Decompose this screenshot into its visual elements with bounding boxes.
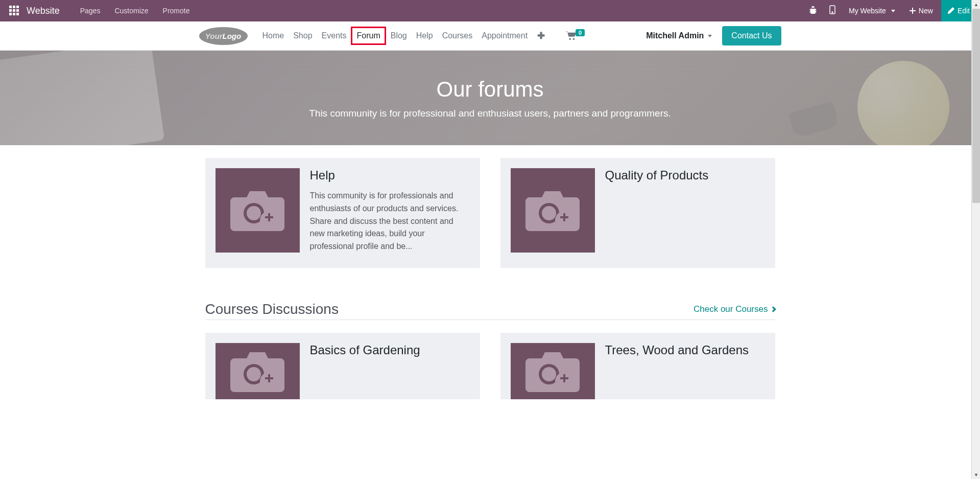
forum-card-description: This community is for professionals and … bbox=[310, 190, 470, 253]
nav-right: Mitchell Admin Contact Us bbox=[646, 26, 781, 45]
course-card: Trees, Wood and Gardens bbox=[500, 333, 775, 399]
my-website-label: My Website bbox=[849, 7, 886, 15]
camera-placeholder-icon bbox=[229, 189, 285, 232]
logo-logo: Logo bbox=[222, 32, 241, 40]
hero-subtitle: This community is for professional and e… bbox=[309, 108, 671, 119]
forums-row: Help This community is for professionals… bbox=[205, 158, 775, 268]
user-name: Mitchell Admin bbox=[646, 31, 704, 40]
course-card-title[interactable]: Basics of Gardening bbox=[310, 343, 470, 357]
cart-badge: 0 bbox=[576, 29, 585, 36]
camera-placeholder-icon bbox=[524, 350, 581, 393]
edit-button[interactable]: Edit bbox=[941, 0, 976, 21]
cart-button[interactable]: 0 bbox=[565, 31, 585, 41]
pencil-icon bbox=[947, 7, 954, 14]
topbar-link-promote[interactable]: Promote bbox=[157, 7, 196, 15]
svg-point-1 bbox=[832, 12, 833, 13]
svg-rect-3 bbox=[910, 10, 916, 11]
hero-decoration bbox=[788, 101, 840, 138]
navbar: YourLogo Home Shop Events Forum Blog Hel… bbox=[0, 21, 980, 51]
cart-icon bbox=[565, 31, 577, 41]
camera-placeholder-icon bbox=[229, 350, 285, 393]
course-card-body: Trees, Wood and Gardens bbox=[605, 343, 765, 399]
topbar-left: Website Pages Customize Promote bbox=[4, 6, 196, 16]
course-card-image bbox=[511, 343, 595, 399]
bug-icon[interactable] bbox=[804, 6, 822, 16]
nav-link-appointment[interactable]: Appointment bbox=[477, 27, 532, 44]
logo[interactable]: YourLogo bbox=[199, 27, 248, 45]
check-courses-label: Check our Courses bbox=[694, 304, 768, 314]
svg-point-15 bbox=[247, 367, 261, 381]
nav-link-events[interactable]: Events bbox=[317, 27, 351, 44]
caret-down-icon bbox=[708, 35, 712, 37]
forum-card: Help This community is for professionals… bbox=[205, 158, 480, 268]
caret-down-icon bbox=[891, 10, 895, 12]
new-button[interactable]: New bbox=[903, 0, 939, 21]
forum-card-body: Help This community is for professionals… bbox=[310, 168, 470, 258]
svg-point-10 bbox=[542, 206, 556, 220]
courses-section-title: Courses Discussions bbox=[205, 301, 339, 317]
svg-rect-13 bbox=[563, 213, 565, 221]
contact-us-button[interactable]: Contact Us bbox=[722, 26, 781, 45]
courses-row: Basics of Gardening Trees, Wood and Gard… bbox=[205, 333, 775, 399]
chevron-right-icon bbox=[770, 306, 776, 312]
top-toolbar: Website Pages Customize Promote My Websi… bbox=[0, 0, 980, 21]
app-title[interactable]: Website bbox=[27, 6, 60, 16]
forum-card-title[interactable]: Help bbox=[310, 168, 470, 183]
forum-card-title[interactable]: Quality of Products bbox=[605, 168, 765, 183]
logo-your: Your bbox=[205, 32, 223, 40]
hero-title: Our forums bbox=[436, 77, 543, 102]
apps-icon[interactable] bbox=[9, 6, 19, 16]
nav-add-icon[interactable]: ✚ bbox=[532, 30, 550, 41]
nav-links: Home Shop Events Forum Blog Help Courses… bbox=[258, 27, 551, 45]
plus-icon bbox=[910, 8, 916, 14]
svg-point-5 bbox=[247, 206, 261, 220]
navbar-inner: YourLogo Home Shop Events Forum Blog Hel… bbox=[199, 26, 781, 45]
nav-link-shop[interactable]: Shop bbox=[289, 27, 317, 44]
nav-link-help[interactable]: Help bbox=[412, 27, 438, 44]
nav-link-home[interactable]: Home bbox=[258, 27, 289, 44]
course-card: Basics of Gardening bbox=[205, 333, 480, 399]
nav-link-forum[interactable]: Forum bbox=[351, 27, 386, 45]
svg-rect-23 bbox=[563, 374, 565, 382]
nav-link-blog[interactable]: Blog bbox=[386, 27, 412, 44]
courses-section-header: Courses Discussions Check our Courses bbox=[205, 301, 775, 320]
vertical-scrollbar[interactable]: ▲ ▼ bbox=[971, 0, 980, 399]
new-label: New bbox=[919, 7, 933, 15]
camera-placeholder-icon bbox=[524, 189, 581, 232]
nav-link-courses[interactable]: Courses bbox=[438, 27, 477, 44]
scroll-up-arrow[interactable]: ▲ bbox=[972, 0, 980, 9]
course-card-image bbox=[216, 343, 300, 399]
main-container: Help This community is for professionals… bbox=[199, 158, 781, 399]
svg-rect-18 bbox=[268, 374, 270, 382]
user-menu[interactable]: Mitchell Admin bbox=[646, 31, 712, 40]
my-website-dropdown[interactable]: My Website bbox=[843, 0, 901, 21]
topbar-link-pages[interactable]: Pages bbox=[74, 7, 107, 15]
course-card-body: Basics of Gardening bbox=[310, 343, 470, 399]
check-courses-link[interactable]: Check our Courses bbox=[694, 304, 775, 314]
svg-rect-8 bbox=[268, 213, 270, 221]
forum-card-image bbox=[216, 168, 300, 253]
topbar-link-customize[interactable]: Customize bbox=[108, 7, 154, 15]
forum-card: Quality of Products bbox=[500, 158, 775, 268]
forum-card-body: Quality of Products bbox=[605, 168, 765, 258]
svg-point-20 bbox=[542, 367, 556, 381]
hero-banner: Our forums This community is for profess… bbox=[0, 51, 980, 145]
scroll-thumb[interactable] bbox=[972, 9, 980, 203]
forum-card-image bbox=[511, 168, 595, 253]
edit-label: Edit bbox=[958, 7, 970, 15]
topbar-right: My Website New Edit bbox=[804, 0, 976, 21]
course-card-title[interactable]: Trees, Wood and Gardens bbox=[605, 343, 765, 357]
mobile-icon[interactable] bbox=[824, 5, 841, 16]
